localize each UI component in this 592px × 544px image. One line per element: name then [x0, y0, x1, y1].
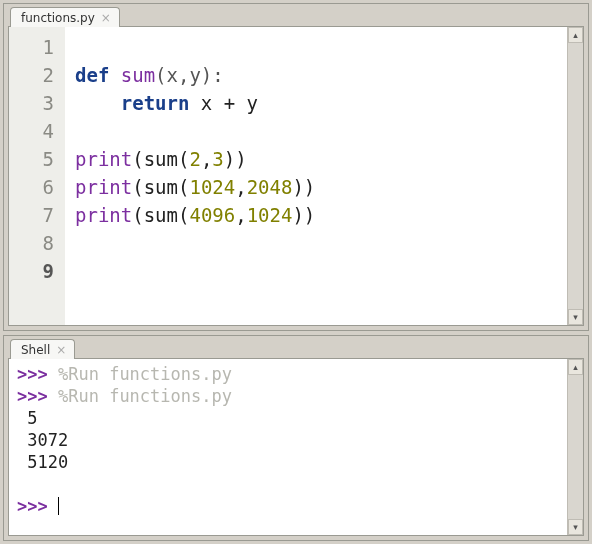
shell-output: 3072	[17, 430, 68, 450]
text-cursor	[58, 497, 59, 515]
close-icon[interactable]: ×	[56, 344, 66, 356]
close-icon[interactable]: ×	[101, 12, 111, 24]
shell-tabbar: Shell ×	[4, 336, 588, 358]
code-line-2: def sum(x,y):	[75, 64, 224, 86]
code-line-5: print(sum(2,3))	[75, 148, 247, 170]
shell-prompt-line: >>>	[17, 496, 59, 516]
code-line-6: print(sum(1024,2048))	[75, 176, 315, 198]
shell-line: >>> %Run functions.py	[17, 386, 232, 406]
tab-label: functions.py	[21, 11, 95, 25]
code-line-3: return x + y	[75, 92, 258, 114]
editor-tabbar: functions.py ×	[4, 4, 588, 26]
shell-output: 5	[17, 408, 38, 428]
scroll-up-icon[interactable]: ▴	[568, 27, 583, 43]
shell-terminal[interactable]: >>> %Run functions.py >>> %Run functions…	[9, 359, 567, 535]
code-line-7: print(sum(4096,1024))	[75, 204, 315, 226]
scroll-down-icon[interactable]: ▾	[568, 309, 583, 325]
tab-shell[interactable]: Shell ×	[10, 339, 75, 359]
editor-content: 1 2 3 4 5 6 7 8 9 def sum(x,y): return x…	[8, 26, 584, 326]
scroll-track[interactable]	[568, 375, 583, 519]
shell-content: >>> %Run functions.py >>> %Run functions…	[8, 358, 584, 536]
shell-pane: Shell × >>> %Run functions.py >>> %Run f…	[3, 335, 589, 541]
shell-output: 5120	[17, 452, 68, 472]
scroll-track[interactable]	[568, 43, 583, 309]
scroll-down-icon[interactable]: ▾	[568, 519, 583, 535]
tab-label: Shell	[21, 343, 50, 357]
editor-scrollbar[interactable]: ▴ ▾	[567, 27, 583, 325]
scroll-up-icon[interactable]: ▴	[568, 359, 583, 375]
tab-functions-py[interactable]: functions.py ×	[10, 7, 120, 27]
shell-line: >>> %Run functions.py	[17, 364, 232, 384]
editor-pane: functions.py × 1 2 3 4 5 6 7 8 9 def sum…	[3, 3, 589, 331]
code-editor[interactable]: def sum(x,y): return x + y print(sum(2,3…	[65, 27, 567, 325]
shell-scrollbar[interactable]: ▴ ▾	[567, 359, 583, 535]
line-number-gutter: 1 2 3 4 5 6 7 8 9	[9, 27, 65, 325]
